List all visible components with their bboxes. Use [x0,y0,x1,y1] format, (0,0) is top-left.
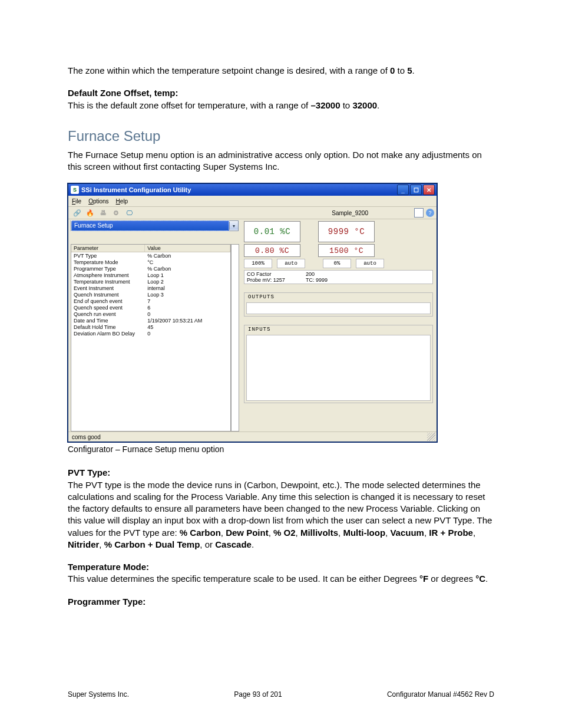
page-select-combo[interactable]: Furnace Setup ▾ [71,220,239,231]
grid-cell[interactable]: Atmosphere Instrument [71,272,145,278]
grid-cell[interactable]: °C [145,259,230,265]
menu-file[interactable]: File [72,198,81,205]
grid-cell[interactable]: Programmer Type [71,265,145,272]
grid-cell[interactable]: Temperature Mode [71,259,145,265]
pv-temp-readout: 9999 °C [318,221,375,242]
grid-cell[interactable]: Loop 2 [145,278,230,285]
figure-caption: Configurator – Furnace Setup menu option [68,444,494,454]
inputs-panel-header: INPUTS [244,325,432,334]
menu-help[interactable]: Help [116,198,128,205]
heading-pvt-type: PVT Type: [68,467,110,477]
section-heading-furnace-setup: Furnace Setup [68,128,494,144]
grid-cell[interactable]: % Carbon [145,252,230,259]
close-button[interactable]: ✕ [423,185,435,195]
status-bar: coms good [68,431,437,442]
menu-options[interactable]: Options [88,198,108,205]
page-footer: Super Systems Inc. Page 93 of 201 Config… [68,690,494,699]
grid-cell[interactable]: End of quench event [71,298,145,304]
page-select-value: Furnace Setup [71,220,229,231]
outputs-panel: OUTPUTS [244,292,433,317]
grid-cell[interactable]: Loop 1 [145,272,230,278]
grid-cell[interactable]: 45 [145,324,230,330]
paragraph-temperature-mode: This value determines the specific tempe… [68,574,488,584]
toolbar-connect-icon[interactable]: 🔗 [72,207,82,218]
grid-cell[interactable]: Quench run event [71,311,145,317]
footer-doc-id: Configurator Manual #4562 Rev D [387,690,494,699]
inputs-panel: INPUTS [244,325,433,403]
paragraph-zone-desc: The zone within which the temperature se… [68,65,494,77]
menu-bar: File Options Help [68,196,437,207]
grid-cell[interactable]: 0 [145,330,230,337]
toolbar-help-icon[interactable]: ? [426,209,434,217]
toolbar-burn-icon[interactable]: 🔥 [85,207,95,218]
toolbar-monitor-icon[interactable]: 🖵 [124,207,134,218]
grid-cell[interactable]: 1/19/2007 10:53:21 AM [145,317,230,324]
outputs-panel-header: OUTPUTS [244,293,432,301]
heading-temperature-mode: Temperature Mode: [68,562,149,572]
grid-cell[interactable]: PVT Type [71,252,145,259]
column-header-value[interactable]: Value [145,245,230,252]
grid-cell[interactable]: 0 [145,311,230,317]
footer-page-number: Page 93 of 201 [234,690,282,699]
pv-carbon-readout: 0.01 %C [244,221,300,242]
grid-cell[interactable]: Temperature Instrument [71,278,145,285]
profile-dropdown[interactable] [414,208,424,218]
grid-cell[interactable]: Quench speed event [71,304,145,311]
window-title: SSi Instrument Configuration Utility [81,186,191,193]
profile-label: Sample_9200 [332,210,368,216]
grid-cell[interactable]: Quench Instrument [71,291,145,298]
probe-info-strip: CO Factor200 Probe mV: 1257TC: 9999 [244,270,433,284]
output-temp-mode: auto [356,259,384,268]
grid-cell[interactable]: % Carbon [145,265,230,272]
footer-company: Super Systems Inc. [68,690,129,699]
sp-temp-readout: 1500 °C [318,244,375,257]
grid-scrollbar[interactable] [231,244,239,431]
output-temp-pct: 0% [323,259,351,268]
paragraph-default-zone-offset: This is the default zone offset for temp… [68,100,379,110]
window-titlebar[interactable]: S SSi Instrument Configuration Utility _… [68,184,437,196]
paragraph-pvt-type: The PVT type is the mode the device runs… [68,480,492,549]
app-icon: S [71,186,79,194]
maximize-button[interactable]: ☐ [410,185,422,195]
sp-carbon-readout: 0.80 %C [244,244,300,257]
toolbar-printer-icon[interactable]: 🖶 [98,207,108,218]
grid-cell[interactable]: 7 [145,298,230,304]
grid-cell[interactable]: Loop 3 [145,291,230,298]
parameter-grid[interactable]: Parameter Value PVT Type% Carbon Tempera… [71,244,231,431]
chevron-down-icon[interactable]: ▾ [229,222,238,230]
output-carbon-mode: auto [277,259,305,268]
toolbar: 🔗 🔥 🖶 ⚙ 🖵 Sample_9200 ? [68,207,437,219]
heading-default-zone-offset: Default Zone Offset, temp: [68,88,178,98]
heading-programmer-type: Programmer Type: [68,597,146,607]
resize-grip-icon[interactable] [427,433,435,441]
grid-cell[interactable]: Date and Time [71,317,145,324]
grid-empty-area [71,337,230,431]
output-carbon-pct: 100% [244,259,272,268]
grid-cell[interactable]: Default Hold Time [71,324,145,330]
toolbar-gear-icon[interactable]: ⚙ [111,207,121,218]
minimize-button[interactable]: _ [397,185,409,195]
status-text: coms good [72,434,101,440]
paragraph-furnace-setup-warning: The Furnace Setup menu option is an admi… [68,149,494,173]
grid-cell[interactable]: 6 [145,304,230,311]
column-header-parameter[interactable]: Parameter [71,245,145,252]
grid-cell[interactable]: Deviation Alarm BO Delay [71,330,145,337]
grid-cell[interactable]: Event Instrument [71,285,145,291]
configurator-window: S SSi Instrument Configuration Utility _… [68,183,437,442]
grid-cell[interactable]: internal [145,285,230,291]
